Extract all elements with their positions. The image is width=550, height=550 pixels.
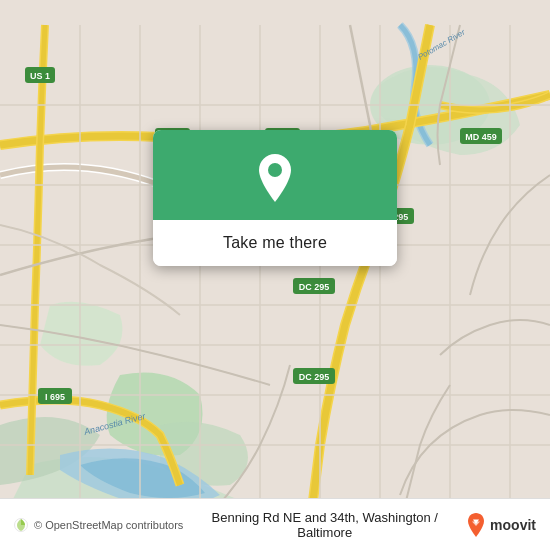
- svg-text:I 695: I 695: [45, 392, 65, 402]
- svg-text:DC 295: DC 295: [299, 372, 330, 382]
- svg-text:DC 295: DC 295: [299, 282, 330, 292]
- take-me-there-button[interactable]: Take me there: [153, 220, 397, 266]
- svg-text:US 1: US 1: [30, 71, 50, 81]
- map-container: US 1 US 50 US 50 MD 459 DC 295 DC 295 DC…: [0, 0, 550, 550]
- location-popup: Take me there: [153, 130, 397, 266]
- location-pin-icon: [253, 152, 297, 204]
- moovit-logo: moovit: [466, 513, 536, 537]
- bottom-bar: © OpenStreetMap contributors Benning Rd …: [0, 498, 550, 550]
- svg-text:MD 459: MD 459: [465, 132, 497, 142]
- moovit-pin-icon: [466, 513, 486, 537]
- attribution: © OpenStreetMap contributors: [14, 518, 183, 532]
- map-background: US 1 US 50 US 50 MD 459 DC 295 DC 295 DC…: [0, 0, 550, 550]
- popup-header: [153, 130, 397, 220]
- location-label: Benning Rd NE and 34th, Washington / Bal…: [183, 510, 466, 540]
- openstreetmap-icon: [14, 518, 28, 532]
- moovit-brand-text: moovit: [490, 517, 536, 533]
- svg-point-35: [268, 163, 282, 177]
- osm-credit: © OpenStreetMap contributors: [34, 519, 183, 531]
